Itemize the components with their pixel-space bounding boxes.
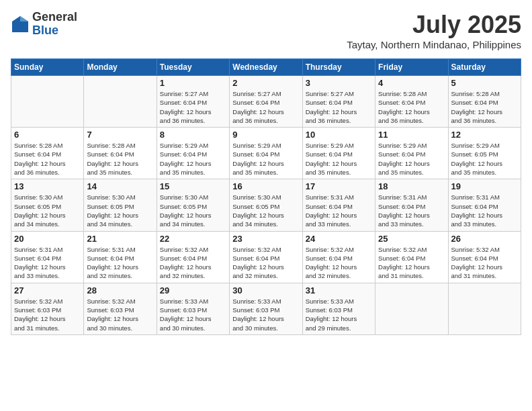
column-header-sunday: Sunday (11, 59, 84, 76)
day-number: 8 (160, 130, 226, 140)
day-number: 20 (14, 234, 81, 244)
calendar-cell: 20Sunrise: 5:31 AM Sunset: 6:04 PM Dayli… (11, 231, 84, 283)
day-number: 29 (160, 285, 226, 295)
day-info: Sunrise: 5:28 AM Sunset: 6:04 PM Dayligh… (451, 89, 518, 125)
calendar-cell: 4Sunrise: 5:28 AM Sunset: 6:04 PM Daylig… (375, 76, 448, 128)
day-number: 6 (14, 130, 81, 140)
logo-icon (11, 15, 30, 34)
calendar-cell: 9Sunrise: 5:29 AM Sunset: 6:04 PM Daylig… (230, 128, 302, 179)
logo-general-text: General (32, 11, 77, 24)
calendar-cell: 2Sunrise: 5:27 AM Sunset: 6:04 PM Daylig… (230, 76, 302, 128)
day-number: 14 (87, 181, 153, 191)
day-number: 11 (378, 130, 445, 140)
day-info: Sunrise: 5:29 AM Sunset: 6:04 PM Dayligh… (160, 141, 226, 177)
day-number: 25 (378, 234, 445, 244)
calendar-header-row: SundayMondayTuesdayWednesdayThursdayFrid… (11, 59, 521, 76)
column-header-monday: Monday (84, 59, 157, 76)
day-info: Sunrise: 5:33 AM Sunset: 6:03 PM Dayligh… (306, 297, 372, 332)
logo: General Blue (11, 11, 77, 38)
day-number: 27 (14, 285, 81, 295)
calendar-table: SundayMondayTuesdayWednesdayThursdayFrid… (11, 58, 521, 335)
day-info: Sunrise: 5:32 AM Sunset: 6:04 PM Dayligh… (306, 245, 372, 281)
calendar-cell: 13Sunrise: 5:30 AM Sunset: 6:05 PM Dayli… (11, 179, 84, 231)
week-row-2: 6Sunrise: 5:28 AM Sunset: 6:04 PM Daylig… (11, 128, 521, 179)
calendar-cell: 30Sunrise: 5:33 AM Sunset: 6:03 PM Dayli… (230, 283, 302, 334)
day-info: Sunrise: 5:28 AM Sunset: 6:04 PM Dayligh… (87, 141, 153, 177)
calendar-cell: 16Sunrise: 5:30 AM Sunset: 6:05 PM Dayli… (230, 179, 302, 231)
calendar-cell: 22Sunrise: 5:32 AM Sunset: 6:04 PM Dayli… (157, 231, 229, 283)
day-number: 24 (306, 234, 372, 244)
calendar-cell (375, 283, 448, 334)
day-number: 15 (160, 181, 226, 191)
logo-blue-text: Blue (32, 24, 77, 38)
calendar-cell: 31Sunrise: 5:33 AM Sunset: 6:03 PM Dayli… (302, 283, 375, 334)
day-number: 2 (232, 78, 299, 88)
day-info: Sunrise: 5:32 AM Sunset: 6:04 PM Dayligh… (232, 245, 299, 281)
column-header-wednesday: Wednesday (230, 59, 302, 76)
calendar-cell (84, 76, 157, 128)
day-info: Sunrise: 5:33 AM Sunset: 6:03 PM Dayligh… (232, 297, 299, 332)
calendar-cell: 18Sunrise: 5:31 AM Sunset: 6:04 PM Dayli… (375, 179, 448, 231)
calendar-cell: 27Sunrise: 5:32 AM Sunset: 6:03 PM Dayli… (11, 283, 84, 334)
day-number: 1 (160, 78, 226, 88)
day-number: 17 (306, 181, 372, 191)
day-number: 7 (87, 130, 153, 140)
day-number: 18 (378, 181, 445, 191)
day-info: Sunrise: 5:29 AM Sunset: 6:04 PM Dayligh… (232, 141, 299, 177)
day-info: Sunrise: 5:32 AM Sunset: 6:03 PM Dayligh… (14, 297, 81, 332)
day-number: 28 (87, 285, 153, 295)
calendar-cell: 3Sunrise: 5:27 AM Sunset: 6:04 PM Daylig… (302, 76, 375, 128)
location-title: Taytay, Northern Mindanao, Philippines (347, 39, 521, 50)
day-number: 3 (306, 78, 372, 88)
calendar-cell: 28Sunrise: 5:32 AM Sunset: 6:03 PM Dayli… (84, 283, 157, 334)
day-number: 16 (232, 181, 299, 191)
column-header-friday: Friday (375, 59, 448, 76)
title-block: July 2025 Taytay, Northern Mindanao, Phi… (347, 11, 521, 50)
column-header-tuesday: Tuesday (157, 59, 229, 76)
day-number: 31 (306, 285, 372, 295)
day-number: 5 (451, 78, 518, 88)
day-info: Sunrise: 5:27 AM Sunset: 6:04 PM Dayligh… (160, 89, 226, 125)
day-info: Sunrise: 5:31 AM Sunset: 6:04 PM Dayligh… (87, 245, 153, 281)
month-title: July 2025 (347, 11, 521, 39)
calendar-cell: 7Sunrise: 5:28 AM Sunset: 6:04 PM Daylig… (84, 128, 157, 179)
day-info: Sunrise: 5:28 AM Sunset: 6:04 PM Dayligh… (378, 89, 445, 125)
svg-marker-1 (20, 16, 28, 21)
week-row-3: 13Sunrise: 5:30 AM Sunset: 6:05 PM Dayli… (11, 179, 521, 231)
column-header-saturday: Saturday (448, 59, 521, 76)
day-number: 13 (14, 181, 81, 191)
calendar-cell: 15Sunrise: 5:30 AM Sunset: 6:05 PM Dayli… (157, 179, 229, 231)
day-info: Sunrise: 5:28 AM Sunset: 6:04 PM Dayligh… (14, 141, 81, 177)
week-row-4: 20Sunrise: 5:31 AM Sunset: 6:04 PM Dayli… (11, 231, 521, 283)
day-number: 26 (451, 234, 518, 244)
calendar-cell (11, 76, 84, 128)
day-info: Sunrise: 5:27 AM Sunset: 6:04 PM Dayligh… (232, 89, 299, 125)
day-number: 19 (451, 181, 518, 191)
calendar-cell: 25Sunrise: 5:32 AM Sunset: 6:04 PM Dayli… (375, 231, 448, 283)
calendar-cell: 12Sunrise: 5:29 AM Sunset: 6:05 PM Dayli… (448, 128, 521, 179)
calendar-cell: 23Sunrise: 5:32 AM Sunset: 6:04 PM Dayli… (230, 231, 302, 283)
day-info: Sunrise: 5:32 AM Sunset: 6:03 PM Dayligh… (87, 297, 153, 332)
day-info: Sunrise: 5:30 AM Sunset: 6:05 PM Dayligh… (232, 193, 299, 228)
day-info: Sunrise: 5:31 AM Sunset: 6:04 PM Dayligh… (14, 245, 81, 281)
calendar-cell: 29Sunrise: 5:33 AM Sunset: 6:03 PM Dayli… (157, 283, 229, 334)
day-info: Sunrise: 5:31 AM Sunset: 6:04 PM Dayligh… (306, 193, 372, 228)
day-info: Sunrise: 5:27 AM Sunset: 6:04 PM Dayligh… (306, 89, 372, 125)
day-info: Sunrise: 5:33 AM Sunset: 6:03 PM Dayligh… (160, 297, 226, 332)
week-row-1: 1Sunrise: 5:27 AM Sunset: 6:04 PM Daylig… (11, 76, 521, 128)
day-info: Sunrise: 5:30 AM Sunset: 6:05 PM Dayligh… (87, 193, 153, 228)
page-header: General Blue July 2025 Taytay, Northern … (11, 11, 521, 50)
day-info: Sunrise: 5:30 AM Sunset: 6:05 PM Dayligh… (160, 193, 226, 228)
calendar-cell: 14Sunrise: 5:30 AM Sunset: 6:05 PM Dayli… (84, 179, 157, 231)
day-info: Sunrise: 5:31 AM Sunset: 6:04 PM Dayligh… (378, 193, 445, 228)
calendar-cell: 1Sunrise: 5:27 AM Sunset: 6:04 PM Daylig… (157, 76, 229, 128)
day-info: Sunrise: 5:32 AM Sunset: 6:04 PM Dayligh… (451, 245, 518, 281)
calendar-cell: 5Sunrise: 5:28 AM Sunset: 6:04 PM Daylig… (448, 76, 521, 128)
day-info: Sunrise: 5:30 AM Sunset: 6:05 PM Dayligh… (14, 193, 81, 228)
day-number: 4 (378, 78, 445, 88)
calendar-cell: 8Sunrise: 5:29 AM Sunset: 6:04 PM Daylig… (157, 128, 229, 179)
day-number: 22 (160, 234, 226, 244)
day-info: Sunrise: 5:29 AM Sunset: 6:04 PM Dayligh… (378, 141, 445, 177)
day-number: 23 (232, 234, 299, 244)
day-info: Sunrise: 5:32 AM Sunset: 6:04 PM Dayligh… (160, 245, 226, 281)
